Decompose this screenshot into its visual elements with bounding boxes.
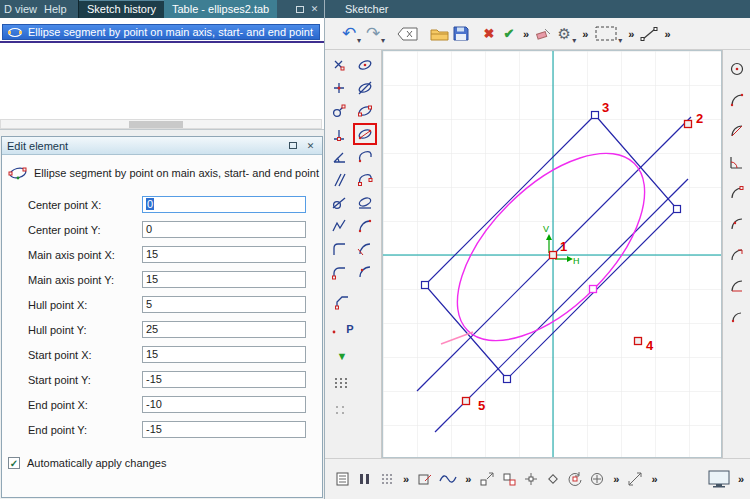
point-on-element-tool-icon[interactable] bbox=[327, 100, 351, 122]
redo-dropdown-icon[interactable]: ▾ bbox=[381, 36, 385, 45]
ellipse-arc-points-tool-icon[interactable] bbox=[353, 169, 377, 191]
selection-marquee-icon[interactable] bbox=[592, 22, 620, 46]
screen-display-icon[interactable] bbox=[706, 467, 734, 491]
panel-close-icon[interactable]: ✕ bbox=[304, 141, 317, 151]
handle-point-4[interactable] bbox=[635, 338, 642, 345]
more-view-chevron[interactable]: » bbox=[403, 473, 409, 485]
more-tools-chevron[interactable]: » bbox=[523, 28, 529, 40]
arc-center-point-tool-icon[interactable] bbox=[725, 213, 749, 235]
line-tool-icon[interactable] bbox=[638, 22, 660, 46]
center-point-y-input[interactable]: 0 bbox=[142, 221, 306, 238]
center-point-x-input[interactable]: 0 bbox=[142, 196, 306, 213]
circle-center-tool-icon[interactable] bbox=[725, 58, 749, 80]
polyline-tool-icon[interactable] bbox=[327, 215, 351, 237]
handle-bottom-corner[interactable] bbox=[504, 376, 511, 383]
history-horizontal-scrollbar[interactable] bbox=[0, 119, 322, 129]
ellipse-tangent-tool-icon[interactable] bbox=[353, 192, 377, 214]
more-transform-chevron[interactable]: » bbox=[651, 473, 657, 485]
more-draw-chevron[interactable]: » bbox=[664, 28, 670, 40]
more-select-chevron[interactable]: » bbox=[628, 28, 634, 40]
start-point-y-input[interactable]: -15 bbox=[142, 371, 306, 388]
point-intersect-tool-icon[interactable] bbox=[327, 54, 351, 76]
end-point-y-input[interactable]: -15 bbox=[142, 421, 306, 438]
rotate-icon[interactable] bbox=[565, 467, 585, 491]
grid-points-small-icon[interactable] bbox=[330, 399, 354, 421]
arc-3point-tool-icon[interactable] bbox=[353, 215, 377, 237]
confirm-icon[interactable]: ✔ bbox=[499, 22, 519, 46]
edit-geometry-icon[interactable] bbox=[415, 467, 435, 491]
arc-endpoints-tool-icon[interactable] bbox=[725, 89, 749, 111]
ellipse-arc-tool-icon[interactable] bbox=[353, 146, 377, 168]
main-axis-point-y-input[interactable]: 15 bbox=[142, 271, 306, 288]
arc-center-tool-icon[interactable] bbox=[353, 261, 377, 283]
handle-top-corner[interactable] bbox=[592, 112, 599, 119]
sheet-icon[interactable] bbox=[333, 467, 353, 491]
open-file-icon[interactable] bbox=[428, 22, 451, 46]
arc-tangent2-tool-icon[interactable] bbox=[725, 182, 749, 204]
arc-tangent-tool-icon[interactable] bbox=[353, 238, 377, 260]
point-plus-tool-icon[interactable] bbox=[327, 77, 351, 99]
grid-snap-icon[interactable] bbox=[521, 467, 541, 491]
parallel-tool-icon[interactable] bbox=[327, 169, 351, 191]
hull-point-x-input[interactable]: 5 bbox=[142, 296, 306, 313]
close-icon[interactable]: ✕ bbox=[308, 3, 321, 15]
arc-small-tool-icon[interactable] bbox=[725, 306, 749, 328]
eraser-icon[interactable] bbox=[533, 22, 554, 46]
auto-apply-checkbox[interactable]: ✓ bbox=[8, 457, 20, 469]
corner-tool-icon[interactable] bbox=[327, 238, 351, 260]
undo-icon[interactable]: ↶ bbox=[339, 22, 359, 46]
restore-icon[interactable] bbox=[293, 3, 306, 15]
more-edit-chevron[interactable]: » bbox=[582, 28, 588, 40]
history-list-item[interactable]: Ellipse segment by point on main axis, s… bbox=[2, 24, 320, 40]
tab-help[interactable]: Help bbox=[44, 3, 67, 15]
handle-center-point[interactable] bbox=[550, 252, 557, 259]
ellipse-axis-tool-icon[interactable] bbox=[353, 77, 377, 99]
redo-icon[interactable]: ↷ bbox=[363, 22, 383, 46]
handle-hull-point[interactable] bbox=[590, 286, 597, 293]
scrollbar-thumb[interactable] bbox=[129, 121, 183, 128]
ellipse-points-tool-icon[interactable] bbox=[353, 100, 377, 122]
snap-square-icon[interactable] bbox=[499, 467, 519, 491]
point-label-tool-icon[interactable]: P bbox=[330, 318, 354, 340]
perpendicular-tool-icon[interactable] bbox=[327, 123, 351, 145]
tab-table-ellipses2[interactable]: Table - ellipses2.tab bbox=[164, 0, 277, 18]
arc-angle-tool-icon[interactable] bbox=[725, 151, 749, 173]
transform-icon[interactable] bbox=[625, 467, 645, 491]
tab-3d-view[interactable]: D view bbox=[4, 3, 37, 15]
more-modify-chevron[interactable]: » bbox=[465, 473, 471, 485]
grid-points-icon[interactable] bbox=[330, 372, 354, 394]
main-axis-point-x-input[interactable]: 15 bbox=[142, 246, 306, 263]
diamond-snap-icon[interactable] bbox=[543, 467, 563, 491]
chamfer-tool-icon[interactable] bbox=[330, 291, 354, 313]
end-point-x-input[interactable]: -10 bbox=[142, 396, 306, 413]
settings-gear-icon[interactable]: ⚙ bbox=[554, 22, 574, 46]
tangent-line-tool-icon[interactable] bbox=[327, 192, 351, 214]
tab-sketch-history[interactable]: Sketch history bbox=[78, 0, 165, 18]
marquee-dropdown-icon[interactable]: ▾ bbox=[618, 36, 622, 45]
undo-dropdown-icon[interactable]: ▾ bbox=[357, 36, 361, 45]
handle-point-5[interactable] bbox=[463, 398, 470, 405]
expand-tools-icon[interactable]: ▼ bbox=[330, 345, 354, 367]
arc-radius-tool-icon[interactable] bbox=[725, 120, 749, 142]
panel-restore-icon[interactable] bbox=[286, 141, 299, 151]
arc-direction-tool-icon[interactable] bbox=[725, 244, 749, 266]
delete-backspace-icon[interactable] bbox=[395, 22, 420, 46]
columns-icon[interactable] bbox=[355, 467, 375, 491]
more-snap-chevron[interactable]: » bbox=[613, 473, 619, 485]
sketch-canvas[interactable]: V H 1 2 3 4 5 bbox=[382, 50, 722, 458]
arc-chord-tool-icon[interactable] bbox=[725, 275, 749, 297]
handle-left-corner[interactable] bbox=[422, 282, 429, 289]
hull-point-y-input[interactable]: 25 bbox=[142, 321, 306, 338]
ellipse-segment-tool-icon[interactable] bbox=[353, 123, 377, 145]
snap-move-icon[interactable] bbox=[477, 467, 497, 491]
angle-tool-icon[interactable] bbox=[327, 146, 351, 168]
cancel-icon[interactable]: ✖ bbox=[479, 22, 499, 46]
curve-icon[interactable] bbox=[437, 467, 459, 491]
dashed-columns-icon[interactable] bbox=[377, 467, 397, 491]
more-display-chevron[interactable]: » bbox=[738, 473, 744, 485]
origin-snap-icon[interactable] bbox=[587, 467, 607, 491]
start-point-x-input[interactable]: 15 bbox=[142, 346, 306, 363]
handle-point-2[interactable] bbox=[685, 121, 692, 128]
gear-dropdown-icon[interactable]: ▾ bbox=[572, 36, 576, 45]
handle-right-corner[interactable] bbox=[674, 206, 681, 213]
